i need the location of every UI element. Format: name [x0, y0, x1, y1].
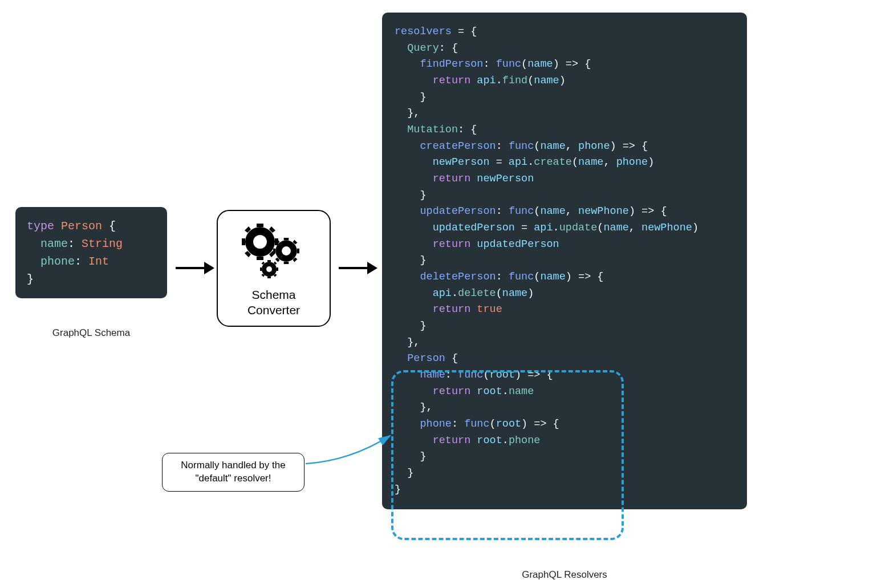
field-name-type: String: [82, 237, 123, 250]
resolvers-code-block: resolvers = { Query: { findPerson: func(…: [382, 13, 747, 509]
field-name-key: name: [40, 237, 68, 250]
field-phone-key: phone: [40, 255, 75, 268]
brace-close: }: [27, 273, 34, 286]
callout-arrow: [304, 432, 396, 467]
svg-point-6: [266, 266, 272, 272]
schema-caption: GraphQL Schema: [15, 327, 167, 339]
schema-converter-box: Schema Converter: [217, 210, 331, 327]
svg-point-2: [253, 235, 267, 249]
arrow-schema-to-converter: [176, 262, 214, 274]
gears-icon: [239, 222, 308, 285]
type-person: Person: [61, 220, 102, 233]
callout-default-resolver: Normally handled by the "default" resolv…: [162, 453, 304, 492]
field-phone-type: Int: [88, 255, 109, 268]
kw-type: type: [27, 220, 54, 233]
arrow-converter-to-resolvers: [339, 262, 377, 274]
schema-code-block: type Person { name: String phone: Int }: [15, 207, 167, 298]
brace-open: {: [109, 220, 116, 233]
resolvers-caption: GraphQL Resolvers: [382, 569, 747, 581]
converter-label: Schema Converter: [247, 287, 300, 318]
svg-point-4: [282, 246, 291, 256]
